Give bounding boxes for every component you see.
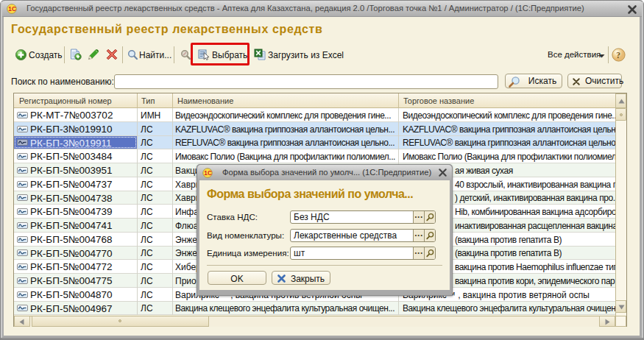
svg-text:1С: 1С xyxy=(204,169,212,177)
svg-text:1С: 1С xyxy=(8,5,16,13)
svg-text:?: ? xyxy=(616,51,620,60)
